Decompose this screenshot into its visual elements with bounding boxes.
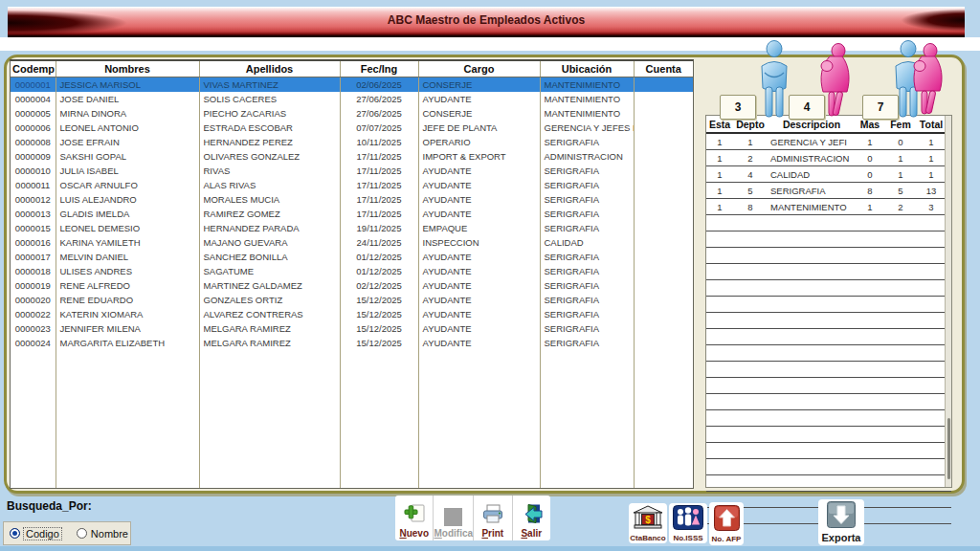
- radio-button-icon[interactable]: [10, 528, 20, 539]
- column-header-ubicaci-n: Ubicación: [540, 61, 634, 77]
- stats-scrollbar[interactable]: [945, 116, 951, 487]
- column-header-codemp: Codemp: [11, 61, 56, 77]
- cell-fec-ing: 27/06/2025: [340, 92, 418, 106]
- stats-cell: [706, 427, 733, 443]
- stats-cell: [856, 313, 884, 329]
- cell-cargo: AYUDANTE: [418, 164, 540, 178]
- stats-empty-row: [706, 280, 951, 297]
- stats-cell: [946, 492, 951, 508]
- stats-cell: 1: [706, 166, 733, 183]
- stats-cell: [856, 248, 884, 264]
- cell-nombres: JENNIFER MILENA: [56, 321, 199, 336]
- stats-cell: 1: [884, 150, 917, 166]
- cell-cargo: AYUDANTE: [418, 293, 540, 307]
- radio-option-nombre[interactable]: Nombre: [77, 528, 128, 540]
- stats-row[interactable]: 11GERENCIA Y JEFI101: [706, 133, 951, 150]
- salir-button[interactable]: Salir: [513, 496, 550, 540]
- cell-codemp: 0000017: [11, 250, 56, 264]
- cell-cargo: AYUDANTE: [418, 264, 540, 278]
- table-row[interactable]: 0000009SAKSHI GOPALOLIVARES GONZALEZ17/1…: [11, 149, 693, 164]
- stats-scrollbar-thumb[interactable]: [947, 418, 950, 479]
- afp-label: No. AFP: [712, 535, 742, 543]
- stats-cell: [917, 215, 946, 231]
- exporta-button[interactable]: Exporta: [818, 499, 864, 545]
- stats-empty-row: [706, 378, 951, 394]
- radio-option-codigo[interactable]: Codigo: [10, 528, 61, 540]
- cell-apellidos: GONZALES ORTIZ: [199, 293, 340, 307]
- table-row[interactable]: 0000015LEONEL DEMESIOHERNANDEZ PARADA19/…: [11, 221, 693, 235]
- print-button[interactable]: Print: [474, 496, 512, 540]
- department-stats-table[interactable]: EstaDeptoDescripcionMasFemTotal 11GERENC…: [705, 115, 952, 488]
- stats-cell: [706, 313, 733, 329]
- table-row[interactable]: 0000006LEONEL ANTONIOESTRADA ESCOBAR07/0…: [11, 121, 693, 135]
- stats-cell: [768, 215, 856, 231]
- stats-cell: [768, 297, 856, 313]
- table-row[interactable]: 0000008JOSE EFRAINHERNANDEZ PEREZ10/11/2…: [11, 135, 693, 149]
- cell-cargo: AYUDANTE: [418, 336, 540, 350]
- stats-row[interactable]: 18MANTENIMIENTO123: [706, 199, 951, 215]
- table-row[interactable]: 0000010JULIA ISABELRIVAS17/11/2025AYUDAN…: [11, 164, 693, 178]
- cell-nombres: GLADIS IMELDA: [56, 207, 199, 221]
- stats-row[interactable]: 12ADMINISTRACION011: [706, 150, 951, 166]
- cell-ubicaci-n: MANTENIMIENTO: [540, 92, 634, 106]
- cell-cuenta: [634, 164, 693, 178]
- modifica-button[interactable]: Modifica: [434, 496, 474, 540]
- table-row[interactable]: 0000023JENNIFER MILENAMELGARA RAMIREZ15/…: [11, 321, 693, 336]
- stats-cell: [884, 508, 917, 524]
- column-header-cuenta: Cuenta: [634, 61, 693, 77]
- stats-cell: [856, 378, 884, 394]
- isss-button[interactable]: No.ISSS: [669, 503, 707, 543]
- employees-table[interactable]: CodempNombresApellidosFec/IngCargoUbicac…: [10, 59, 694, 489]
- table-row[interactable]: 0000019RENE ALFREDOMARTINEZ GALDAMEZ02/1…: [11, 278, 693, 293]
- nuevo-button[interactable]: Nuevo: [395, 496, 434, 540]
- app-window: ABC Maestro de Empleados Activos CodempN…: [0, 0, 980, 551]
- table-row[interactable]: 0000011OSCAR ARNULFOALAS RIVAS17/11/2025…: [11, 178, 693, 192]
- stats-empty-row: [706, 329, 951, 345]
- stats-cell: [733, 443, 768, 459]
- cell-fec-ing: 15/12/2025: [340, 336, 418, 350]
- stats-cell: [733, 297, 768, 313]
- cell-cuenta: [634, 278, 693, 293]
- stats-row[interactable]: 15SERIGRAFIA8513: [706, 183, 951, 199]
- cell-codemp: 0000013: [11, 207, 56, 221]
- table-row[interactable]: 0000024MARGARITA ELIZABETHMELGARA RAMIRE…: [11, 336, 693, 350]
- stats-cell: [917, 248, 946, 264]
- cell-cargo: CONSERJE: [418, 77, 540, 93]
- stats-cell: [917, 508, 946, 524]
- stats-cell: [768, 378, 856, 394]
- cell-apellidos: RIVAS: [199, 164, 340, 178]
- afp-button[interactable]: No. AFP: [709, 502, 744, 545]
- stats-cell: [856, 362, 884, 378]
- cell-nombres: RENE EDUARDO: [56, 293, 199, 307]
- cell-ubicaci-n: ADMINISTRACION: [540, 149, 634, 164]
- stats-cell: [884, 427, 917, 443]
- table-row[interactable]: 0000004JOSE DANIELSOLIS CACERES27/06/202…: [11, 92, 693, 106]
- stats-empty-row: [706, 215, 951, 231]
- table-row[interactable]: 0000020RENE EDUARDOGONZALES ORTIZ15/12/2…: [11, 293, 693, 307]
- table-row[interactable]: 0000016KARINA YAMILETHMAJANO GUEVARA24/1…: [11, 235, 693, 250]
- table-row[interactable]: 0000018ULISES ANDRESSAGATUME01/12/2025AY…: [11, 264, 693, 278]
- stats-cell: [733, 378, 768, 394]
- table-row[interactable]: 0000017MELVIN DANIELSANCHEZ BONILLA01/12…: [11, 250, 693, 264]
- stats-cell: [706, 264, 733, 280]
- table-row[interactable]: 0000012LUIS ALEJANDROMORALES MUCIA17/11/…: [11, 192, 693, 207]
- ctabanco-button[interactable]: $ CtaBanco: [629, 503, 667, 543]
- table-row[interactable]: 0000022KATERIN XIOMARAALVAREZ CONTRERAS1…: [11, 307, 693, 321]
- radio-label: Nombre: [91, 528, 128, 540]
- stats-cell: [917, 329, 946, 345]
- stats-cell: [733, 264, 768, 280]
- cell-fec-ing: 17/11/2025: [340, 178, 418, 192]
- up-arrow-icon: [714, 505, 740, 535]
- table-row[interactable]: 0000001JESSICA MARISOLVIVAS MARTINEZ02/0…: [11, 77, 693, 93]
- cell-cargo: AYUDANTE: [418, 207, 540, 221]
- table-row[interactable]: 0000013GLADIS IMELDARAMIREZ GOMEZ17/11/2…: [11, 207, 693, 221]
- stats-cell: 1: [917, 133, 946, 150]
- table-row[interactable]: 0000005MIRNA DINORAPIECHO ZACARIAS27/06/…: [11, 106, 693, 121]
- stats-cell: 8: [733, 199, 768, 215]
- radio-button-icon[interactable]: [77, 528, 87, 539]
- stats-row[interactable]: 14CALIDAD011: [706, 166, 951, 183]
- stats-cell: [856, 264, 884, 280]
- cell-codemp: 0000001: [11, 77, 56, 93]
- stats-cell: [884, 345, 917, 362]
- stats-cell: [733, 394, 768, 410]
